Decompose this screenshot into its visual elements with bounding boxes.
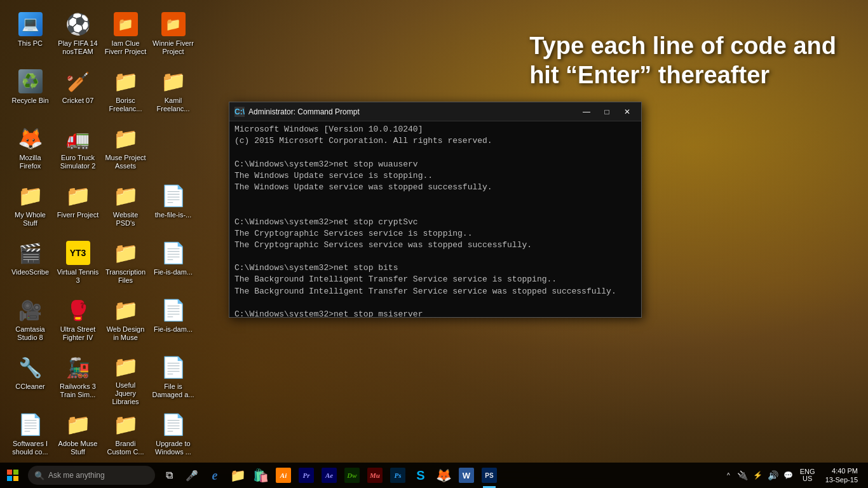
photoshop-icon: Ps bbox=[390, 468, 405, 483]
desktop-icon-borisc[interactable]: 📁 Borisc Freelanc... bbox=[102, 64, 149, 121]
ccleaner-icon: 🔧 bbox=[18, 355, 43, 380]
transcription-label: Transcription Files bbox=[104, 268, 147, 285]
upgrade-windows-icon: 📄 bbox=[161, 412, 186, 437]
desktop-icon-fiverr-project[interactable]: 📁 Fiverr Project bbox=[54, 178, 102, 235]
desktop-icon-muse-project[interactable]: 📁 Muse Project Assets bbox=[102, 121, 149, 178]
cmd-minimize-button[interactable]: — bbox=[578, 105, 595, 118]
taskbar-edge-button[interactable]: e bbox=[203, 463, 226, 488]
microphone-button[interactable]: 🎤 bbox=[180, 463, 203, 488]
desktop-icon-file-damaged[interactable]: 📄 File is Damaged a... bbox=[149, 349, 197, 407]
desktop-icon-iam-clue[interactable]: 📁 Iam Clue Fiverr Project bbox=[102, 6, 149, 64]
taskbar-word-button[interactable]: W bbox=[455, 463, 478, 488]
premiere-icon: Pr bbox=[299, 468, 314, 483]
dreamweaver-icon: Dw bbox=[344, 468, 360, 483]
start-button[interactable] bbox=[0, 463, 25, 488]
desktop-icon-ultra-street[interactable]: 🥊 Ultra Street Fighter IV bbox=[54, 292, 102, 349]
taskbar-muse-button[interactable]: Mu bbox=[363, 463, 386, 488]
desktop-icon-web-design-muse[interactable]: 📁 Web Design in Muse bbox=[102, 292, 149, 349]
cmd-content: Microsoft Windows [Version 10.0.10240] (… bbox=[234, 124, 636, 317]
tray-icons: 🔌 ⚡ 🔊 💬 bbox=[735, 470, 795, 480]
desktop-icon-this-pc[interactable]: 💻 This PC bbox=[6, 6, 54, 64]
taskbar-search[interactable]: 🔍 bbox=[28, 466, 155, 485]
iam-clue-icon: 📁 bbox=[113, 11, 139, 37]
store-icon: 🛍️ bbox=[253, 468, 268, 483]
the-file-is-icon: 📄 bbox=[161, 183, 186, 208]
taskbar-firefox-icon: 🦊 bbox=[436, 468, 451, 483]
edge-icon: e bbox=[207, 468, 222, 483]
taskbar-photoshop-button[interactable]: Ps bbox=[386, 463, 409, 488]
desktop-icon-adobe-muse[interactable]: 📁 Adobe Muse Stuff bbox=[54, 407, 102, 464]
cmd-titlebar-controls: — □ ✕ bbox=[578, 105, 636, 118]
taskbar-powershell-button[interactable]: PS bbox=[478, 463, 501, 488]
desktop-icon-ccleaner[interactable]: 🔧 CCleaner bbox=[6, 349, 54, 407]
web-design-muse-label: Web Design in Muse bbox=[104, 325, 147, 342]
desktop-icon-fie-dam[interactable]: 📄 Fie-is-dam... bbox=[149, 235, 197, 292]
system-tray: ^ 🔌 ⚡ 🔊 💬 ENG US 4:40 PM 13-Sep-15 bbox=[724, 466, 868, 485]
desktop-icon-useful-jquery[interactable]: 📁 Useful Jquery Libraries bbox=[102, 349, 149, 407]
desktop-icon-kamil[interactable]: 📁 Kamil Freelanc... bbox=[149, 64, 197, 121]
fie-dam2-label: Fie-is-dam... bbox=[154, 325, 193, 334]
task-view-icon: ⧉ bbox=[166, 470, 173, 481]
muse-project-icon: 📁 bbox=[113, 126, 139, 151]
desktop-icon-brandi-custom[interactable]: 📁 Brandi Custom C... bbox=[102, 407, 149, 464]
cmd-body[interactable]: Microsoft Windows [Version 10.0.10240] (… bbox=[229, 121, 641, 317]
taskbar-store-button[interactable]: 🛍️ bbox=[249, 463, 272, 488]
desktop-icon-winnie-fiverr[interactable]: 📁 Winnie Fiverr Project bbox=[149, 6, 197, 64]
taskbar-file-explorer-button[interactable]: 📁 bbox=[226, 463, 249, 488]
fie-dam-label: Fie-is-dam... bbox=[154, 268, 193, 276]
search-input[interactable] bbox=[48, 471, 137, 480]
svg-rect-2 bbox=[13, 470, 18, 475]
taskbar-after-effects-button[interactable]: Ae bbox=[318, 463, 341, 488]
tray-expand-button[interactable]: ^ bbox=[724, 472, 733, 479]
cmd-close-button[interactable]: ✕ bbox=[618, 105, 636, 118]
cmd-app-icon: C:\ bbox=[234, 107, 245, 117]
desktop-icon-railworks[interactable]: 🚂 Railworks 3 Train Sim... bbox=[54, 349, 102, 407]
desktop-icon-firefox[interactable]: 🦊 Mozilla Firefox bbox=[6, 121, 54, 178]
virtual-tennis-label: Virtual Tennis 3 bbox=[57, 268, 99, 285]
this-pc-icon: 💻 bbox=[18, 12, 43, 36]
desktop-icon-empty1 bbox=[149, 121, 197, 178]
taskbar-illustrator-button[interactable]: Ai bbox=[272, 463, 295, 488]
taskbar-premiere-button[interactable]: Pr bbox=[295, 463, 318, 488]
tray-language[interactable]: ENG US bbox=[797, 468, 818, 482]
tray-battery-icon[interactable]: ⚡ bbox=[751, 471, 764, 480]
tray-volume-icon[interactable]: 🔊 bbox=[766, 470, 780, 480]
taskbar-skype-button[interactable]: S bbox=[409, 463, 432, 488]
tray-notification-icon[interactable]: 💬 bbox=[782, 471, 795, 480]
virtual-tennis-icon: YT3 bbox=[65, 240, 91, 266]
desktop-icon-virtual-tennis[interactable]: YT3 Virtual Tennis 3 bbox=[54, 235, 102, 292]
microphone-icon: 🎤 bbox=[186, 470, 198, 482]
railworks-label: Railworks 3 Train Sim... bbox=[57, 383, 99, 399]
firefox-label: Mozilla Firefox bbox=[9, 154, 51, 170]
desktop-icon-cricket[interactable]: 🏏 Cricket 07 bbox=[54, 64, 102, 121]
fie-dam-icon: 📄 bbox=[161, 240, 186, 266]
task-view-button[interactable]: ⧉ bbox=[158, 463, 180, 488]
desktop-icon-upgrade-windows[interactable]: 📄 Upgrade to Windows ... bbox=[149, 407, 197, 464]
desktop-icon-play-fifa[interactable]: ⚽ Play FIFA 14 nosTEAM bbox=[54, 6, 102, 64]
tray-time: 4:40 PM bbox=[825, 466, 858, 475]
desktop-icon-videoscribe[interactable]: 🎬 VideoScribe bbox=[6, 235, 54, 292]
tray-network-icon[interactable]: 🔌 bbox=[735, 470, 750, 480]
desktop-icon-website-psds[interactable]: 📁 Website PSD's bbox=[102, 178, 149, 235]
desktop-icon-my-whole-stuff[interactable]: 📁 My Whole Stuff bbox=[6, 178, 54, 235]
desktop-icon-the-file-is[interactable]: 📄 the-file-is-... bbox=[149, 178, 197, 235]
tray-clock: 4:40 PM 13-Sep-15 bbox=[820, 466, 863, 485]
cmd-window: C:\ Administrator: Command Prompt — □ ✕ … bbox=[229, 102, 642, 318]
desktop-icon-fie-dam2[interactable]: 📄 Fie-is-dam... bbox=[149, 292, 197, 349]
camtasia-label: Camtasia Studio 8 bbox=[9, 325, 51, 342]
svg-rect-1 bbox=[7, 470, 12, 475]
desktop-icon-recycle-bin[interactable]: ♻️ Recycle Bin bbox=[6, 64, 54, 121]
taskbar-firefox-button[interactable]: 🦊 bbox=[432, 463, 455, 488]
desktop-icon-camtasia[interactable]: 🎥 Camtasia Studio 8 bbox=[6, 292, 54, 349]
search-icon: 🔍 bbox=[34, 471, 44, 480]
kamil-label: Kamil Freelanc... bbox=[152, 97, 194, 113]
cmd-titlebar: C:\ Administrator: Command Prompt — □ ✕ bbox=[229, 102, 641, 121]
desktop-icon-euro-truck[interactable]: 🚛 Euro Truck Simulator 2 bbox=[54, 121, 102, 178]
taskbar-dreamweaver-button[interactable]: Dw bbox=[341, 463, 363, 488]
desktop-icon-transcription[interactable]: 📁 Transcription Files bbox=[102, 235, 149, 292]
cmd-maximize-button[interactable]: □ bbox=[598, 105, 616, 118]
winnie-fiverr-icon: 📁 bbox=[161, 11, 186, 37]
ccleaner-label: CCleaner bbox=[15, 383, 44, 391]
recycle-bin-label: Recycle Bin bbox=[11, 97, 48, 105]
desktop-icon-softwares-i[interactable]: 📄 Softwares I should co... bbox=[6, 407, 54, 464]
